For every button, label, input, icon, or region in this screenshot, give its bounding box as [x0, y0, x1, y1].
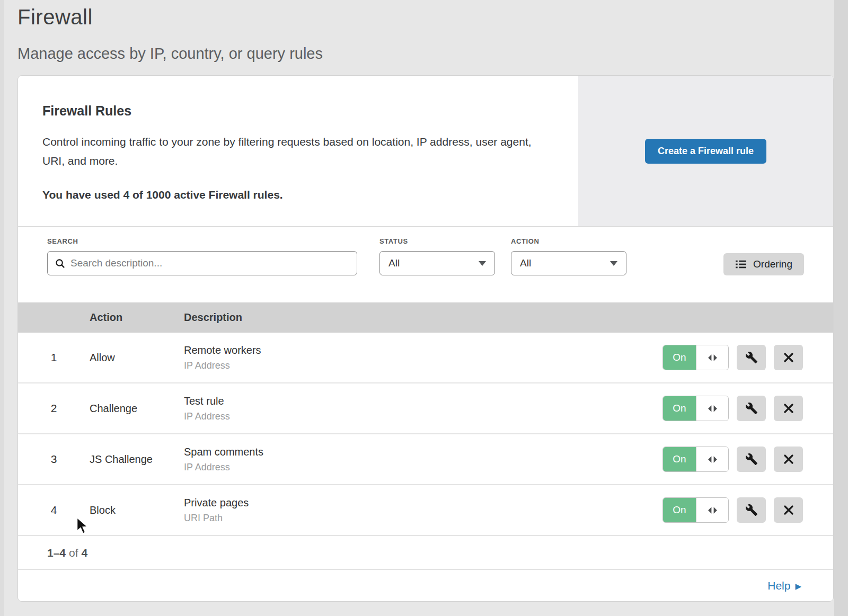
close-icon [783, 403, 794, 414]
table-row: 2 Challenge Test rule IP Address On [18, 383, 833, 434]
rule-description: Remote workers IP Address [184, 344, 662, 371]
rule-description-title: Remote workers [184, 344, 662, 356]
rule-enabled-toggle[interactable]: On [662, 396, 729, 421]
rule-action: Block [90, 504, 184, 516]
resize-arrows-icon [707, 405, 718, 413]
overview-description: Control incoming traffic to your zone by… [42, 132, 543, 171]
wrench-icon [745, 504, 758, 516]
table-row: 1 Allow Remote workers IP Address On [18, 333, 833, 383]
ordered-list-icon [735, 259, 747, 270]
right-edge-strip [834, 0, 848, 616]
resize-arrows-icon [707, 456, 718, 463]
rule-description-title: Private pages [184, 497, 662, 509]
description-column-header: Description [184, 311, 833, 324]
overview-action-panel: Create a Firewall rule [578, 76, 833, 226]
rule-controls: On [662, 345, 833, 370]
page-header: Firewall Manage access by IP, country, o… [0, 0, 848, 63]
status-label: STATUS [379, 237, 495, 245]
rule-description: Private pages URI Path [184, 497, 662, 524]
page-title: Firewall [17, 5, 848, 29]
wrench-icon [745, 402, 758, 415]
page-subtitle: Manage access by IP, country, or query r… [17, 45, 848, 63]
rule-description: Test rule IP Address [184, 395, 662, 422]
rule-enabled-toggle[interactable]: On [662, 447, 729, 472]
rule-priority: 2 [18, 402, 90, 415]
help-link-label: Help [767, 579, 790, 592]
action-select-value: All [520, 257, 531, 269]
table-row: 4 Block Private pages URI Path On [18, 485, 833, 536]
overview-usage: You have used 4 of 1000 active Firewall … [42, 189, 546, 201]
resize-arrows-icon [707, 506, 718, 514]
pagination-total: 4 [82, 547, 88, 559]
rule-action: JS Challenge [90, 453, 184, 466]
toggle-on-label: On [663, 498, 696, 522]
help-row: Help ▶ [18, 570, 833, 602]
delete-rule-button[interactable] [774, 447, 803, 472]
rule-action: Allow [90, 352, 184, 364]
edit-rule-button[interactable] [737, 396, 766, 421]
rule-match-type: IP Address [184, 462, 662, 473]
action-column-header: Action [90, 311, 184, 324]
rule-controls: On [662, 396, 833, 421]
search-box[interactable] [47, 251, 357, 275]
edit-rule-button[interactable] [737, 345, 766, 370]
toggle-on-label: On [663, 447, 696, 471]
overview-section: Firewall Rules Control incoming traffic … [18, 76, 833, 227]
search-filter: SEARCH [47, 237, 357, 275]
action-label: ACTION [511, 237, 626, 245]
arrow-right-icon: ▶ [795, 582, 801, 590]
edit-rule-button[interactable] [737, 447, 766, 472]
pagination-of: of [69, 547, 78, 559]
resize-arrows-icon [707, 354, 718, 362]
table-header: Action Description [18, 302, 833, 333]
toggle-handle[interactable] [696, 345, 728, 370]
chevron-down-icon [610, 261, 617, 266]
wrench-icon [745, 453, 758, 466]
toggle-handle[interactable] [696, 447, 728, 471]
status-select[interactable]: All [379, 251, 495, 275]
delete-rule-button[interactable] [774, 396, 803, 421]
search-icon [55, 258, 65, 269]
toggle-handle[interactable] [696, 396, 728, 421]
close-icon [783, 454, 794, 465]
firewall-rules-card: Firewall Rules Control incoming traffic … [17, 75, 834, 602]
overview-heading: Firewall Rules [42, 103, 546, 119]
status-filter: STATUS All [379, 237, 495, 275]
help-link[interactable]: Help ▶ [767, 579, 801, 592]
rule-controls: On [662, 497, 833, 523]
chevron-down-icon [479, 261, 486, 266]
toggle-handle[interactable] [696, 498, 728, 522]
rule-priority: 1 [18, 351, 90, 364]
action-select[interactable]: All [511, 251, 626, 275]
rule-description-title: Test rule [184, 395, 662, 407]
rule-action: Challenge [90, 403, 184, 415]
rule-enabled-toggle[interactable]: On [662, 497, 729, 523]
rule-enabled-toggle[interactable]: On [662, 345, 729, 370]
search-label: SEARCH [47, 237, 357, 245]
table-row: 3 JS Challenge Spam comments IP Address … [18, 434, 833, 485]
close-icon [783, 352, 794, 363]
action-filter: ACTION All [511, 237, 626, 275]
delete-rule-button[interactable] [774, 345, 803, 370]
rule-priority: 3 [18, 453, 90, 466]
toggle-on-label: On [663, 345, 696, 370]
search-input[interactable] [70, 257, 349, 269]
edit-rule-button[interactable] [737, 497, 766, 523]
ordering-button-label: Ordering [753, 258, 792, 270]
toggle-on-label: On [663, 396, 696, 421]
ordering-button[interactable]: Ordering [723, 253, 804, 275]
delete-rule-button[interactable] [774, 497, 803, 523]
status-select-value: All [388, 257, 400, 269]
rule-controls: On [662, 447, 833, 472]
rule-description-title: Spam comments [184, 446, 662, 458]
rule-match-type: IP Address [184, 360, 662, 371]
rule-match-type: IP Address [184, 411, 662, 422]
overview-text: Firewall Rules Control incoming traffic … [18, 76, 578, 226]
wrench-icon [745, 351, 758, 364]
create-firewall-rule-button[interactable]: Create a Firewall rule [645, 139, 766, 164]
pagination-range: 1–4 [47, 547, 66, 559]
rule-match-type: URI Path [184, 513, 662, 524]
rule-priority: 4 [18, 504, 90, 516]
left-edge-strip [0, 0, 4, 616]
close-icon [783, 505, 794, 515]
